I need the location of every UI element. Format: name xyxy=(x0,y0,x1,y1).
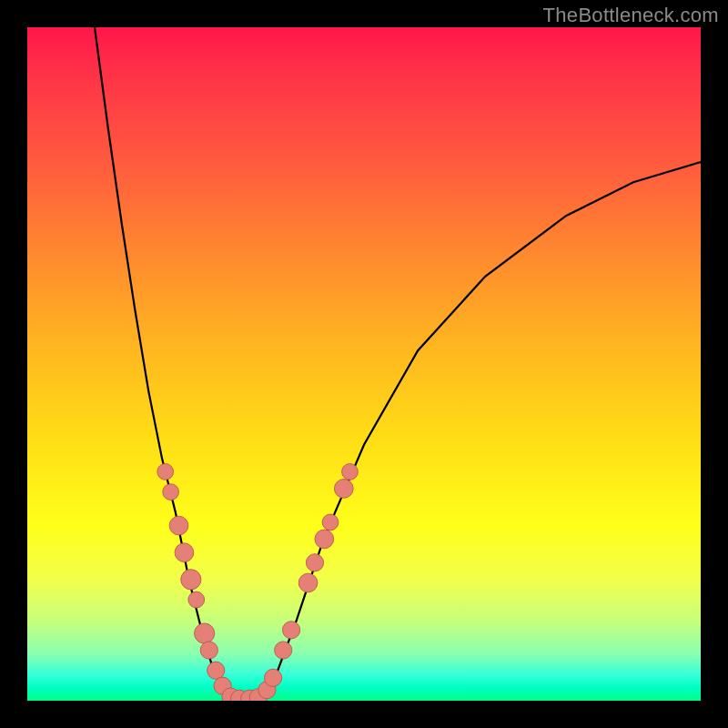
plot-area xyxy=(27,27,701,701)
data-marker xyxy=(188,592,205,608)
curve-path xyxy=(95,27,701,700)
watermark-text: TheBottleneck.com xyxy=(543,4,719,27)
data-marker xyxy=(157,464,174,480)
data-marker xyxy=(315,530,334,549)
data-marker xyxy=(169,516,188,535)
data-marker xyxy=(322,514,339,531)
data-marker xyxy=(200,642,217,659)
data-marker xyxy=(282,622,299,639)
data-marker xyxy=(207,662,225,679)
data-marker xyxy=(334,480,353,499)
curve-overlay xyxy=(27,27,701,701)
marker-group xyxy=(157,464,359,701)
data-marker xyxy=(195,623,215,643)
data-marker xyxy=(163,484,179,500)
data-marker xyxy=(264,669,281,686)
data-marker xyxy=(306,554,323,571)
data-marker xyxy=(181,570,201,590)
chart-frame: TheBottleneck.com xyxy=(0,0,728,728)
data-marker xyxy=(298,573,318,592)
bottleneck-curve xyxy=(95,27,701,700)
data-marker xyxy=(342,464,359,480)
data-marker xyxy=(175,543,194,562)
data-marker xyxy=(275,642,292,659)
